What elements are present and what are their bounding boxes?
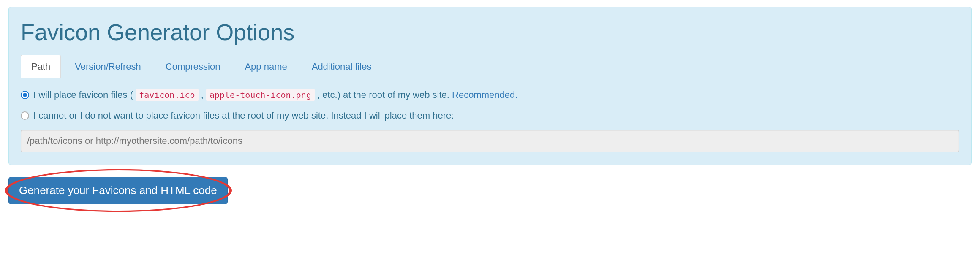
tab-path[interactable]: Path — [21, 55, 61, 78]
tab-version-refresh[interactable]: Version/Refresh — [64, 55, 152, 78]
generate-button-wrap: Generate your Favicons and HTML code — [8, 177, 228, 204]
radio-icon[interactable] — [21, 111, 29, 120]
radio-icon[interactable] — [21, 91, 29, 99]
recommended-link[interactable]: Recommended. — [452, 89, 517, 100]
code-chip: favicon.ico — [136, 89, 198, 101]
tab-app-name[interactable]: App name — [234, 55, 297, 78]
option-root-row[interactable]: I will place favicon files ( favicon.ico… — [21, 89, 959, 102]
tabs-bar: Path Version/Refresh Compression App nam… — [21, 54, 959, 78]
tab-compression[interactable]: Compression — [155, 55, 231, 78]
generate-button[interactable]: Generate your Favicons and HTML code — [8, 177, 228, 204]
path-input[interactable] — [21, 130, 959, 152]
option-custom-label: I cannot or I do not want to place favic… — [33, 109, 454, 122]
panel-title: Favicon Generator Options — [21, 19, 959, 45]
code-chip: apple-touch-icon.png — [206, 89, 315, 101]
favicon-options-panel: Favicon Generator Options Path Version/R… — [8, 7, 972, 165]
tab-additional-files[interactable]: Additional files — [301, 55, 382, 78]
option-root-label: I will place favicon files ( favicon.ico… — [33, 89, 517, 102]
option-custom-row[interactable]: I cannot or I do not want to place favic… — [21, 109, 959, 122]
